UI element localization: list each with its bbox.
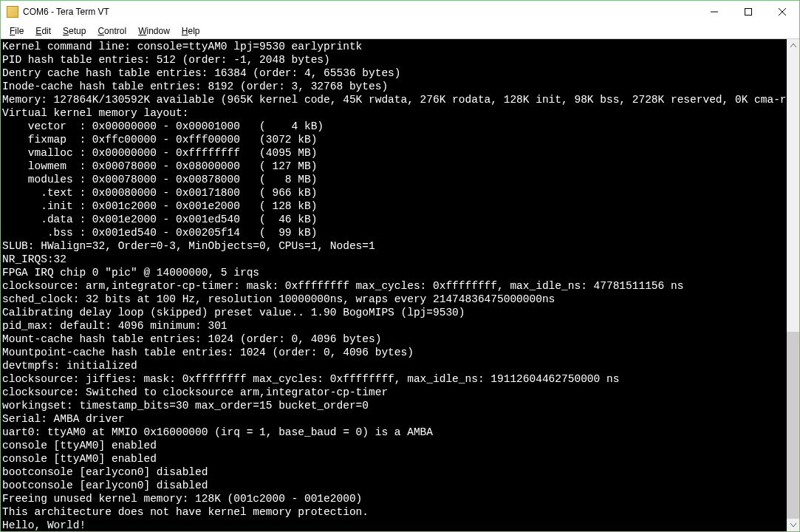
- minimize-icon: [711, 8, 718, 16]
- scroll-track[interactable]: [787, 52, 799, 519]
- close-button[interactable]: [765, 1, 799, 23]
- close-icon: [779, 8, 786, 16]
- maximize-icon: [745, 8, 752, 16]
- terminal-output[interactable]: Kernel command line: console=ttyAM0 lpj=…: [1, 39, 787, 531]
- maximize-button[interactable]: [731, 1, 765, 23]
- scroll-thumb[interactable]: [787, 332, 799, 519]
- chevron-down-icon: [790, 523, 796, 527]
- menu-edit[interactable]: Edit: [30, 24, 57, 38]
- window-title: COM6 - Tera Term VT: [23, 7, 109, 17]
- scroll-up-button[interactable]: [787, 39, 799, 52]
- menu-setup[interactable]: Setup: [57, 24, 92, 38]
- scroll-down-button[interactable]: [787, 519, 799, 531]
- menu-help[interactable]: Help: [176, 24, 206, 38]
- menu-control[interactable]: Control: [92, 24, 132, 38]
- svg-rect-1: [745, 9, 752, 16]
- menu-file[interactable]: File: [4, 24, 30, 38]
- menubar: File Edit Setup Control Window Help: [1, 23, 799, 39]
- minimize-button[interactable]: [697, 1, 731, 23]
- scrollbar[interactable]: [787, 39, 799, 531]
- window-controls: [697, 1, 799, 23]
- app-icon: [7, 6, 18, 18]
- chevron-up-icon: [790, 44, 796, 47]
- titlebar[interactable]: COM6 - Tera Term VT: [1, 1, 799, 23]
- menu-window[interactable]: Window: [132, 24, 176, 38]
- terminal-area: Kernel command line: console=ttyAM0 lpj=…: [1, 39, 799, 531]
